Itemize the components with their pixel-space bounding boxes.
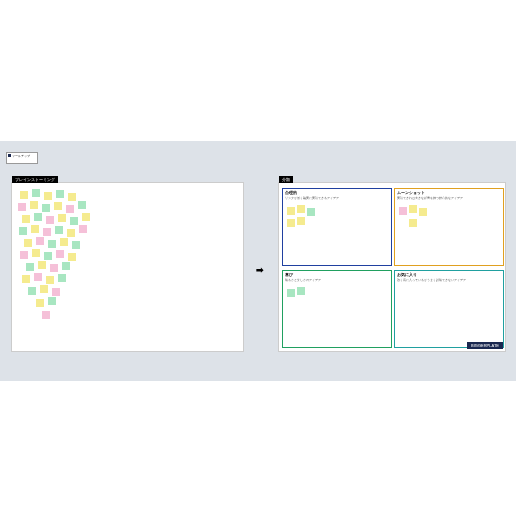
sticky-note[interactable] bbox=[287, 219, 295, 227]
sticky-note[interactable] bbox=[36, 237, 44, 245]
q2-title: ムーンショット bbox=[395, 189, 503, 196]
sticky-note[interactable] bbox=[55, 226, 63, 234]
sticky-note[interactable] bbox=[32, 249, 40, 257]
sticky-note[interactable] bbox=[36, 299, 44, 307]
sticky-note[interactable] bbox=[54, 202, 62, 210]
sticky-note[interactable] bbox=[34, 213, 42, 221]
sticky-note[interactable] bbox=[297, 217, 305, 225]
sticky-note[interactable] bbox=[44, 192, 52, 200]
q3-sub: 明るさと楽しさのアイデア bbox=[283, 278, 391, 282]
tooltip-box: ツールチップ bbox=[6, 152, 38, 164]
q4-sub: 強く気に入っているがうまく説明できないアイデア bbox=[395, 278, 503, 282]
sticky-note[interactable] bbox=[42, 311, 50, 319]
q1-title: 合理的 bbox=[283, 189, 391, 196]
sticky-note[interactable] bbox=[20, 191, 28, 199]
sticky-note[interactable] bbox=[72, 241, 80, 249]
sticky-note[interactable] bbox=[78, 201, 86, 209]
sticky-note[interactable] bbox=[34, 273, 42, 281]
brand-badge: BIGGERPLATE bbox=[467, 342, 503, 349]
tooltip-text: ツールチップ bbox=[12, 154, 30, 158]
sticky-note[interactable] bbox=[62, 262, 70, 270]
sticky-note[interactable] bbox=[32, 189, 40, 197]
sticky-note[interactable] bbox=[18, 203, 26, 211]
sticky-note[interactable] bbox=[44, 252, 52, 260]
sticky-note[interactable] bbox=[287, 207, 295, 215]
q4-title: お気に入り bbox=[395, 271, 503, 278]
sticky-note[interactable] bbox=[297, 287, 305, 295]
sticky-note[interactable] bbox=[24, 239, 32, 247]
sticky-note[interactable] bbox=[26, 263, 34, 271]
quadrant-moonshot[interactable]: ムーンショット 実現できれば大きな影響を持つ野心的なアイデア bbox=[394, 188, 504, 266]
sticky-note[interactable] bbox=[409, 205, 417, 213]
sticky-note[interactable] bbox=[28, 287, 36, 295]
sticky-note[interactable] bbox=[56, 250, 64, 258]
sticky-note[interactable] bbox=[67, 229, 75, 237]
sticky-note[interactable] bbox=[56, 190, 64, 198]
sticky-note[interactable] bbox=[419, 208, 427, 216]
brainstorm-canvas[interactable]: ブレインストーミング bbox=[11, 182, 244, 352]
sticky-note[interactable] bbox=[46, 216, 54, 224]
sticky-note[interactable] bbox=[68, 193, 76, 201]
sticky-note[interactable] bbox=[38, 261, 46, 269]
sticky-note[interactable] bbox=[42, 204, 50, 212]
sticky-note[interactable] bbox=[409, 219, 417, 227]
sticky-note[interactable] bbox=[43, 228, 51, 236]
sticky-note[interactable] bbox=[48, 240, 56, 248]
sticky-note[interactable] bbox=[40, 285, 48, 293]
sticky-note[interactable] bbox=[48, 297, 56, 305]
quadrant-favorite[interactable]: お気に入り 強く気に入っているがうまく説明できないアイデア bbox=[394, 270, 504, 348]
arrow-icon: ➡ bbox=[256, 265, 264, 275]
sticky-note[interactable] bbox=[82, 213, 90, 221]
sticky-note[interactable] bbox=[66, 205, 74, 213]
q1-sub: リスクが低く確実に実現できるアイデア bbox=[283, 196, 391, 200]
sticky-note[interactable] bbox=[46, 276, 54, 284]
sticky-note[interactable] bbox=[58, 214, 66, 222]
q2-sub: 実現できれば大きな影響を持つ野心的なアイデア bbox=[395, 196, 503, 200]
sticky-note[interactable] bbox=[22, 275, 30, 283]
q3-title: 喜び bbox=[283, 271, 391, 278]
sticky-note[interactable] bbox=[68, 253, 76, 261]
sticky-note[interactable] bbox=[399, 207, 407, 215]
sticky-note[interactable] bbox=[50, 264, 58, 272]
sticky-note[interactable] bbox=[287, 289, 295, 297]
quadrant-delight[interactable]: 喜び 明るさと楽しさのアイデア bbox=[282, 270, 392, 348]
sticky-note[interactable] bbox=[22, 215, 30, 223]
left-label: ブレインストーミング bbox=[12, 176, 58, 183]
right-label: 分類 bbox=[279, 176, 293, 183]
sticky-note[interactable] bbox=[52, 288, 60, 296]
sticky-note[interactable] bbox=[70, 217, 78, 225]
sticky-note[interactable] bbox=[307, 208, 315, 216]
sticky-note[interactable] bbox=[31, 225, 39, 233]
sticky-note[interactable] bbox=[30, 201, 38, 209]
sticky-note[interactable] bbox=[19, 227, 27, 235]
quadrant-rational[interactable]: 合理的 リスクが低く確実に実現できるアイデア bbox=[282, 188, 392, 266]
sort-canvas[interactable]: 分類 合理的 リスクが低く確実に実現できるアイデア ムーンショット 実現できれば… bbox=[278, 182, 506, 352]
sticky-note[interactable] bbox=[58, 274, 66, 282]
sticky-note[interactable] bbox=[60, 238, 68, 246]
sticky-note[interactable] bbox=[20, 251, 28, 259]
sticky-note[interactable] bbox=[297, 205, 305, 213]
sticky-note[interactable] bbox=[79, 225, 87, 233]
